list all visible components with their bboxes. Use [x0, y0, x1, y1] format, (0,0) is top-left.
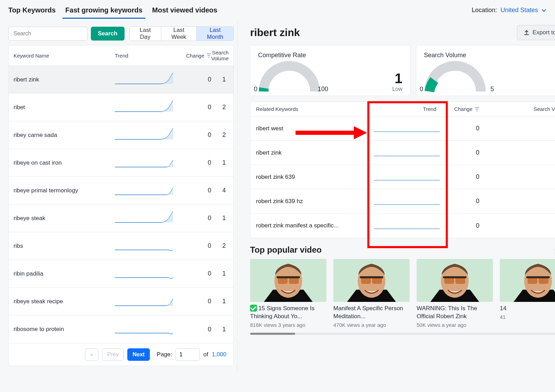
pager-prev[interactable]: Prev: [102, 348, 124, 361]
video-thumbnail[interactable]: [333, 259, 410, 302]
video-card[interactable]: WARNING: This Is The Official Robert Zin…: [417, 259, 493, 328]
video-title: Manifest A Specific Person Meditation...: [333, 305, 410, 321]
keyword-cell: ribet: [14, 104, 115, 111]
col-keyword-name[interactable]: Keyword Name: [14, 53, 115, 59]
change-cell: 0: [177, 242, 211, 250]
svg-rect-18: [443, 276, 467, 278]
tab-top-keywords[interactable]: Top Keywords: [8, 2, 56, 18]
table-row[interactable]: ribet02: [9, 94, 233, 121]
video-carousel[interactable]: 15 Signs Someone Is Thinking About Yo...…: [250, 259, 555, 328]
change-cell: 0: [177, 298, 211, 305]
volume-cell: 1: [211, 76, 229, 83]
video-thumbnail[interactable]: [417, 259, 493, 302]
table-row[interactable]: ribert west01: [250, 116, 555, 141]
card-title: Search Volume: [424, 52, 555, 59]
table-row[interactable]: ribeye on cast iron01: [9, 149, 233, 177]
trend-sparkline: [115, 128, 177, 142]
col-related-keywords[interactable]: Related Keywords: [256, 106, 370, 112]
table-row[interactable]: ribs02: [9, 232, 233, 260]
change-cell: 0: [443, 222, 479, 229]
table-row[interactable]: robert zink 63901: [250, 165, 555, 189]
video-thumbnail[interactable]: [500, 259, 555, 302]
trend-sparkline: [115, 156, 177, 170]
trend-sparkline: [115, 239, 177, 253]
videos-prev-icon[interactable]: [553, 246, 555, 254]
table-row[interactable]: ribin padilia01: [9, 260, 233, 288]
keyword-cell: robert zink manifest a specific...: [256, 222, 370, 229]
pager-total[interactable]: 1,000: [212, 351, 227, 358]
volume-gauge: 0 5: [424, 61, 486, 92]
table-row[interactable]: robert zink manifest a specific...01: [250, 214, 555, 238]
svg-rect-22: [526, 276, 550, 278]
table-row[interactable]: ribert zink01: [250, 141, 555, 165]
col-search-volume[interactable]: Search Volume: [211, 50, 229, 61]
pager-next[interactable]: Next: [127, 348, 150, 361]
change-cell: 0: [177, 131, 211, 139]
competitive-gauge: 0 100: [258, 61, 321, 92]
table-row[interactable]: ribey carne sada02: [9, 121, 233, 149]
keyword-cell: ribeye on cast iron: [14, 159, 115, 166]
seg-last-day[interactable]: Last Day: [130, 27, 161, 41]
card-title: Competitive Rate: [258, 52, 402, 59]
col-change[interactable]: Change: [177, 53, 211, 59]
col-related-change[interactable]: Change: [443, 106, 479, 112]
col-related-trend[interactable]: Trend: [370, 106, 443, 112]
pager-first[interactable]: «: [85, 348, 99, 361]
col-trend[interactable]: Trend: [115, 53, 177, 59]
table-row[interactable]: ribeye steak01: [9, 204, 233, 232]
keyword-cell: ribeye primal termonlogy: [14, 187, 115, 194]
video-card[interactable]: 1441: [500, 259, 555, 328]
tab-fast-growing[interactable]: Fast growing keywords: [65, 2, 142, 18]
video-thumbnail[interactable]: [250, 259, 326, 302]
search-input[interactable]: [8, 27, 87, 41]
seg-last-month[interactable]: Last Month: [197, 27, 233, 41]
filter-icon: [206, 53, 211, 58]
change-cell: 0: [177, 76, 211, 83]
change-cell: 0: [443, 125, 479, 132]
svg-rect-14: [360, 276, 383, 278]
volume-cell: 1: [211, 159, 229, 166]
trend-sparkline: [115, 322, 177, 336]
trend-sparkline: [115, 295, 177, 308]
keyword-cell: ribeye steak: [14, 215, 115, 222]
pager-page-input[interactable]: [176, 348, 200, 361]
table-row[interactable]: ribeye steak recipe01: [9, 288, 233, 315]
video-card[interactable]: Manifest A Specific Person Meditation...…: [333, 259, 410, 328]
change-cell: 0: [443, 173, 479, 181]
trend-sparkline: [115, 211, 177, 225]
table-row[interactable]: ribeye primal termonlogy04: [9, 177, 233, 204]
trend-sparkline: [370, 220, 443, 231]
keyword-title: ribert zink: [250, 27, 300, 38]
video-title: 14: [500, 305, 555, 313]
col-related-volume[interactable]: Search Volume: [479, 106, 555, 112]
chevron-down-icon: [541, 8, 547, 13]
table-row[interactable]: ribosome to protein01: [9, 315, 233, 343]
svg-rect-10: [276, 276, 300, 278]
keyword-cell: ribeye steak recipe: [14, 298, 115, 305]
trend-sparkline: [115, 101, 177, 114]
location-selector[interactable]: United States: [501, 7, 547, 14]
search-button[interactable]: Search: [91, 27, 125, 41]
competitive-label: Low: [392, 86, 402, 92]
carousel-scrollbar[interactable]: [250, 333, 555, 335]
tab-most-viewed[interactable]: Most viewed videos: [152, 2, 217, 18]
trend-sparkline: [115, 184, 177, 198]
change-cell: 0: [177, 215, 211, 222]
video-title: 15 Signs Someone Is Thinking About Yo...: [250, 305, 326, 321]
seg-last-week[interactable]: Last Week: [161, 27, 197, 41]
location-label: Location: United States: [472, 7, 547, 14]
volume-cell: 2: [211, 104, 229, 111]
table-row[interactable]: ribert zink01: [9, 66, 233, 94]
volume-cell: 2: [211, 131, 229, 139]
related-keywords-table: Related Keywords Trend Change Search Vol…: [250, 102, 555, 238]
change-cell: 0: [177, 270, 211, 277]
video-card[interactable]: 15 Signs Someone Is Thinking About Yo...…: [250, 259, 326, 328]
change-cell: 0: [177, 187, 211, 194]
volume-cell: 1: [479, 173, 555, 181]
upload-icon: [523, 29, 530, 36]
volume-cell: 1: [479, 198, 555, 205]
export-pdf-button[interactable]: Export to PDF: [517, 25, 555, 40]
table-row[interactable]: robert zink 639 hz01: [250, 189, 555, 214]
search-volume-card: Search Volume 0 5 1 Low: [416, 45, 555, 96]
competitive-rate-card: Competitive Rate 0 100 1 Low: [250, 45, 410, 96]
